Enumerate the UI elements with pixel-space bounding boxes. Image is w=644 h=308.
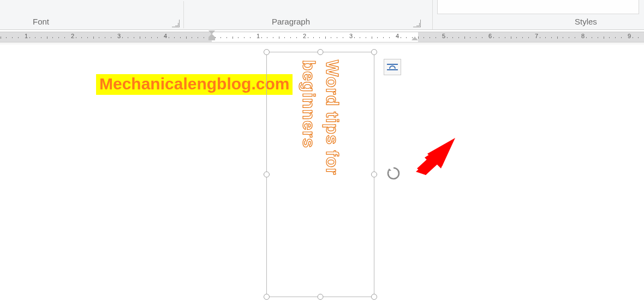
horizontal-ruler[interactable]: 4321123456789 — [0, 30, 644, 44]
ribbon-styles-area: Styles — [432, 0, 644, 29]
ruler-number: 3 — [117, 33, 121, 39]
ruler-number: 5 — [442, 33, 445, 39]
rotate-handle-icon — [386, 166, 401, 181]
textbox-content[interactable]: Word tips for beginners — [267, 59, 374, 303]
ruler-number: 1 — [257, 33, 260, 39]
watermark-text: Mechanicalengblog.com — [96, 74, 293, 95]
ribbon-group-styles-label: Styles — [575, 17, 597, 26]
svg-rect-1 — [387, 69, 398, 70]
textbox-line1: Word tips for — [323, 60, 342, 176]
ribbon-group-labels-row: Font Paragraph Styles — [0, 0, 644, 30]
layout-options-button[interactable] — [384, 59, 401, 75]
svg-marker-4 — [416, 139, 454, 175]
svg-rect-0 — [387, 64, 398, 65]
styles-gallery[interactable] — [437, 0, 639, 14]
font-dialog-launcher[interactable] — [172, 20, 180, 27]
ruler-numbers: 4321123456789 — [0, 32, 644, 42]
layout-options-icon — [386, 62, 398, 73]
resize-handle-top-right[interactable] — [371, 49, 377, 55]
paragraph-dialog-launcher[interactable] — [413, 20, 421, 27]
annotation-arrow — [415, 138, 458, 178]
ruler-number: 7 — [535, 33, 538, 39]
ruler-number: 3 — [349, 33, 353, 39]
ruler-number: 8 — [581, 33, 585, 39]
ruler-number: 9 — [628, 33, 631, 39]
selected-textbox[interactable]: Word tips for beginners — [266, 52, 374, 297]
ruler-number: 6 — [488, 33, 492, 39]
resize-handle-top-middle[interactable] — [318, 49, 324, 55]
document-canvas[interactable]: Mechanicalengblog.com Word tips for begi… — [0, 45, 644, 308]
ribbon-group-font-label: Font — [33, 17, 49, 26]
ruler-number: 4 — [164, 33, 167, 39]
ruler-number: 2 — [303, 33, 306, 39]
resize-handle-top-left[interactable] — [264, 49, 270, 55]
ribbon-group-paragraph-label: Paragraph — [272, 17, 310, 26]
rotate-handle[interactable] — [386, 166, 401, 183]
ruler-number: 4 — [396, 33, 399, 39]
ruler-track: 4321123456789 — [0, 32, 644, 43]
ruler-number: 1 — [25, 33, 28, 39]
textbox-line2: beginners — [299, 60, 319, 148]
ribbon-separator — [183, 1, 184, 28]
ruler-number: 2 — [71, 33, 74, 39]
